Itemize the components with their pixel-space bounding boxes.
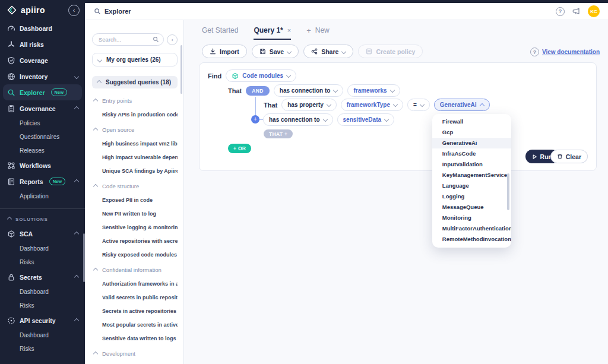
- suggested-queries-header[interactable]: Suggested queries (18): [92, 76, 178, 88]
- comparator-select[interactable]: =: [407, 99, 430, 111]
- sidebar-item-api-security[interactable]: API security: [0, 312, 85, 328]
- clear-button[interactable]: Clear: [550, 150, 588, 163]
- save-button[interactable]: Save: [252, 45, 299, 58]
- dropdown-option[interactable]: RemoteMethodInvocation: [432, 234, 511, 245]
- dropdown-option[interactable]: Firewall: [432, 116, 511, 127]
- explorer-icon: [94, 8, 101, 15]
- query-list-item[interactable]: Risky APIs in production code: [102, 112, 178, 118]
- dropdown-option[interactable]: Monitoring: [432, 213, 511, 223]
- sidebar-item-inventory[interactable]: Inventory: [0, 68, 85, 84]
- user-avatar[interactable]: KC: [588, 5, 600, 17]
- solutions-section-header[interactable]: SOLUTIONS: [0, 213, 85, 226]
- sidebar-item-sca-risks[interactable]: Risks: [0, 255, 85, 269]
- query-list-item[interactable]: Active repositories with secrets: [102, 238, 178, 244]
- dropdown-option[interactable]: InputValidation: [432, 159, 511, 170]
- tab-get-started[interactable]: Get Started: [202, 26, 238, 39]
- dropdown-option[interactable]: Logging: [432, 191, 511, 202]
- search-box: [92, 33, 164, 46]
- sidebar-item-api-dashboard[interactable]: Dashboard: [0, 328, 85, 342]
- add-or-button[interactable]: + OR: [228, 144, 251, 153]
- chevron-down-icon: [327, 102, 331, 106]
- dropdown-option[interactable]: MultiFactorAuthentication: [432, 223, 511, 234]
- create-policy-button[interactable]: Create policy: [358, 45, 423, 58]
- chevron-up-icon: [93, 98, 98, 103]
- query-group-header[interactable]: Development: [94, 350, 178, 357]
- add-that-button[interactable]: THAT +: [264, 129, 293, 138]
- save-icon: [259, 48, 266, 55]
- target-select[interactable]: frameworks: [347, 84, 400, 97]
- panel-scrollbar[interactable]: [180, 45, 182, 94]
- dropdown-scrollbar[interactable]: [507, 173, 509, 210]
- query-list-item[interactable]: High impact vulnerable depen...: [102, 154, 178, 160]
- dropdown-option[interactable]: Gcp: [432, 127, 511, 138]
- entity-select[interactable]: Code modules: [226, 69, 296, 82]
- tab-query-1[interactable]: Query 1* ×: [254, 26, 291, 40]
- chevron-down-icon: [333, 87, 338, 92]
- and-operator-pill[interactable]: AND: [246, 86, 270, 96]
- panel-collapse-button[interactable]: ‹: [167, 34, 178, 45]
- chevron-down-icon: [384, 116, 389, 121]
- query-group-header[interactable]: Code structure: [94, 183, 178, 189]
- query-list-item[interactable]: Secrets in active repositories g...: [102, 308, 178, 314]
- sidebar-item-all-risks[interactable]: All risks: [0, 36, 85, 52]
- query-list-item[interactable]: Sensitive data written to logs i...: [102, 335, 178, 341]
- sidebar-item-sca[interactable]: SCA: [0, 226, 85, 242]
- query-list-item[interactable]: Exposed PII in code: [102, 197, 178, 203]
- reports-icon: [7, 178, 15, 186]
- sidebar-item-sca-dashboard[interactable]: Dashboard: [0, 242, 85, 255]
- chevron-down-icon: [390, 87, 394, 92]
- view-documentation-link[interactable]: View documentation: [542, 49, 600, 55]
- dropdown-option-selected[interactable]: GenerativeAi: [432, 138, 511, 148]
- query-list-item[interactable]: New PII written to log: [102, 211, 178, 217]
- sidebar-collapse-button[interactable]: ‹: [68, 5, 80, 16]
- my-org-queries-header[interactable]: My org queries (26): [92, 53, 178, 67]
- sidebar-item-releases[interactable]: Releases: [0, 144, 85, 157]
- sidebar-item-api-risks[interactable]: Risks: [0, 342, 85, 356]
- dropdown-option[interactable]: InfraAsCode: [432, 148, 511, 159]
- query-list-item[interactable]: Authorization frameworks in a...: [102, 281, 178, 287]
- dropdown-option[interactable]: KeyManagementService: [432, 170, 511, 181]
- query-list-item[interactable]: Unique SCA findings by Apiiro: [102, 168, 178, 174]
- dropdown-option[interactable]: MessageQueue: [432, 202, 511, 213]
- query-group-header[interactable]: Entry points: [94, 97, 178, 104]
- chevron-down-icon: [420, 102, 425, 106]
- sidebar-item-coverage[interactable]: Coverage: [0, 52, 85, 68]
- search-row: ‹: [92, 33, 178, 46]
- share-button[interactable]: Share: [303, 45, 353, 58]
- sidebar-item-reports[interactable]: Reports New: [0, 173, 85, 189]
- query-list-item[interactable]: High business impact vm2 libr...: [102, 141, 178, 147]
- sidebar-item-secrets-dashboard[interactable]: Dashboard: [0, 285, 85, 299]
- help-icon[interactable]: ?: [556, 7, 565, 16]
- dropdown-option[interactable]: Rpc: [432, 245, 511, 248]
- add-condition-plus-icon[interactable]: +: [251, 115, 259, 124]
- sidebar-item-dashboard[interactable]: Dashboard: [0, 20, 85, 36]
- dropdown-option[interactable]: Language: [432, 181, 511, 191]
- sidebar-item-questionnaires[interactable]: Questionnaires: [0, 130, 85, 144]
- sidebar-item-explorer[interactable]: Explorer New: [3, 84, 82, 100]
- sidebar-item-governance[interactable]: Governance: [0, 100, 85, 116]
- sidebar-item-secrets[interactable]: Secrets: [0, 269, 85, 285]
- tab-new[interactable]: + New: [306, 26, 330, 39]
- apiiro-logo-icon: [7, 5, 17, 15]
- query-list-item[interactable]: Valid secrets in public repositor...: [102, 295, 178, 300]
- query-list-item[interactable]: Risky exposed code modules: [102, 252, 178, 258]
- query-list-item[interactable]: Most popular secrets in active...: [102, 322, 178, 328]
- target-select[interactable]: sensitiveData: [337, 113, 394, 126]
- property-field-select[interactable]: frameworkType: [341, 99, 403, 111]
- query-group-header[interactable]: Open source: [94, 126, 178, 133]
- query-list-item[interactable]: Sensitive logging & monitoring ...: [102, 224, 178, 230]
- relation-select[interactable]: has connection to: [274, 84, 344, 97]
- workflows-icon: [7, 162, 15, 170]
- announcements-icon[interactable]: [572, 7, 581, 15]
- property-relation-select[interactable]: has property: [281, 99, 337, 111]
- sidebar-item-secrets-risks[interactable]: Risks: [0, 299, 85, 312]
- close-tab-icon[interactable]: ×: [287, 27, 291, 34]
- sidebar-item-workflows[interactable]: Workflows: [0, 157, 85, 173]
- query-group-header[interactable]: Confidential information: [94, 267, 178, 273]
- import-button[interactable]: Import: [202, 45, 247, 58]
- cube-icon: [232, 72, 239, 80]
- sidebar-item-policies[interactable]: Policies: [0, 116, 85, 130]
- relation-select[interactable]: has connection to: [263, 113, 333, 126]
- sidebar-item-application[interactable]: Application: [0, 189, 85, 203]
- property-value-select[interactable]: GenerativeAi Firewall Gcp GenerativeAi I…: [434, 99, 490, 111]
